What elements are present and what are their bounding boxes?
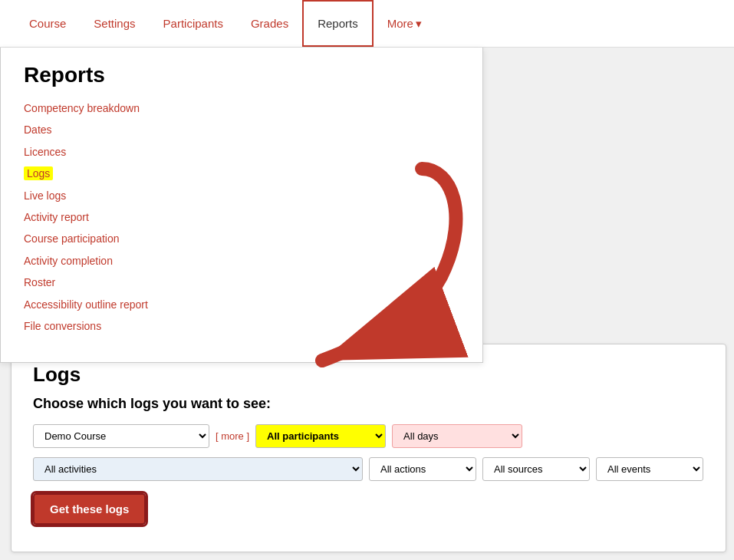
link-roster[interactable]: Roster xyxy=(24,274,459,291)
link-dates[interactable]: Dates xyxy=(24,121,459,138)
link-logs[interactable]: Logs xyxy=(24,165,459,182)
filter-row-2: All activities All actions All sources A… xyxy=(33,457,704,481)
link-activity-completion[interactable]: Activity completion xyxy=(24,252,459,269)
link-course-participation[interactable]: Course participation xyxy=(24,230,459,247)
nav-reports[interactable]: Reports xyxy=(302,0,374,47)
reports-panel: Reports Competency breakdown Dates Licen… xyxy=(0,48,483,363)
nav-grades[interactable]: Grades xyxy=(237,0,302,47)
link-licences[interactable]: Licences xyxy=(24,143,459,160)
chevron-down-icon: ▾ xyxy=(416,17,422,31)
logs-section: Logs Choose which logs you want to see: … xyxy=(11,344,726,552)
logs-subtitle: Choose which logs you want to see: xyxy=(33,396,704,412)
participants-select[interactable]: All participants xyxy=(255,424,386,448)
nav-more-label: More xyxy=(387,17,413,30)
more-link[interactable]: [ more ] xyxy=(216,430,249,442)
link-file-conversions[interactable]: File conversions xyxy=(24,318,459,334)
get-logs-button[interactable]: Get these logs xyxy=(33,493,146,525)
course-select[interactable]: Demo Course xyxy=(33,424,209,448)
link-accessibility-outline-report[interactable]: Accessibility outline report xyxy=(24,296,459,313)
reports-panel-title: Reports xyxy=(24,63,459,87)
link-activity-report[interactable]: Activity report xyxy=(24,209,459,226)
link-live-logs[interactable]: Live logs xyxy=(24,187,459,204)
nav-participants[interactable]: Participants xyxy=(150,0,237,47)
sources-select[interactable]: All sources xyxy=(482,457,590,481)
days-select[interactable]: All days xyxy=(392,424,522,448)
nav-more[interactable]: More ▾ xyxy=(374,0,436,47)
nav-settings[interactable]: Settings xyxy=(80,0,149,47)
logs-highlight: Logs xyxy=(24,166,53,180)
top-nav: Course Settings Participants Grades Repo… xyxy=(0,0,734,48)
nav-course[interactable]: Course xyxy=(15,0,80,47)
events-select[interactable]: All events xyxy=(596,457,703,481)
activities-select[interactable]: All activities xyxy=(33,457,363,481)
link-competency-breakdown[interactable]: Competency breakdown xyxy=(24,100,459,117)
logs-title: Logs xyxy=(33,363,704,387)
filter-row-1: Demo Course [ more ] All participants Al… xyxy=(33,424,704,448)
actions-select[interactable]: All actions xyxy=(369,457,476,481)
